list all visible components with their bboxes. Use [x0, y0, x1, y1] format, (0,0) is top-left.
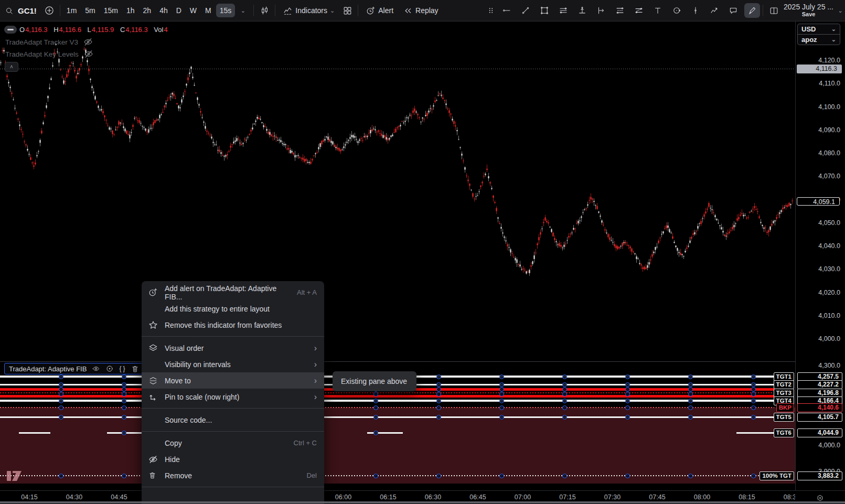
menu-item-hide[interactable]: Hide — [142, 451, 324, 467]
line-handle[interactable] — [122, 399, 126, 403]
line-handle[interactable] — [436, 392, 441, 396]
source-code-icon[interactable]: { } — [119, 365, 125, 372]
line-handle[interactable] — [373, 474, 378, 478]
interval-button-W[interactable]: W — [186, 4, 200, 17]
line-handle[interactable] — [436, 415, 441, 420]
vertical-line-tool[interactable] — [688, 3, 703, 18]
menu-item-visibility-on-intervals[interactable]: Visibility on intervals› — [142, 356, 324, 372]
line-handle[interactable] — [59, 474, 63, 478]
menu-item-remove-this-indicator-from-favorites[interactable]: Remove this indicator from favorites — [142, 317, 324, 333]
line-handle[interactable] — [562, 405, 567, 410]
submenu-item-existing-pane-above[interactable]: Existing pane above — [341, 377, 407, 385]
indicator-row-1[interactable]: TradeAdapt Tracker V3 — [5, 37, 93, 47]
level-line-tgt6-seg3[interactable] — [367, 432, 403, 434]
line-handle[interactable] — [122, 474, 126, 478]
line-handle[interactable] — [751, 374, 756, 379]
line-handle[interactable] — [625, 415, 630, 420]
line-handle[interactable] — [59, 387, 63, 392]
trend-line-tool[interactable] — [518, 3, 533, 18]
level-line-100pct-tgt[interactable] — [0, 475, 761, 476]
callout-tool[interactable] — [725, 3, 741, 18]
line-handle[interactable] — [562, 382, 567, 387]
line-handle[interactable] — [436, 474, 441, 478]
layout-dropdown-button[interactable]: ⌄ — [836, 3, 845, 18]
menu-item-source-code[interactable]: Source code... — [142, 412, 324, 428]
line-handle[interactable] — [625, 374, 630, 379]
settings-icon[interactable] — [105, 364, 114, 373]
line-handle[interactable] — [499, 374, 504, 379]
indicator-row-2[interactable]: TradeAdapt Key Levels — [5, 49, 94, 59]
window-resize-strip[interactable] — [0, 501, 845, 503]
line-handle[interactable] — [562, 399, 567, 403]
interval-button-4h[interactable]: 4h — [156, 4, 172, 17]
menu-item-pin-to-scale-now-right[interactable]: Pin to scale (now right)› — [142, 389, 324, 405]
compare-add-button[interactable] — [41, 3, 57, 18]
fib-extension-tool[interactable] — [631, 3, 647, 18]
line-handle[interactable] — [751, 415, 756, 420]
level-line-tgt6-seg1[interactable] — [19, 432, 50, 434]
line-handle[interactable] — [751, 382, 756, 387]
line-handle[interactable] — [751, 387, 756, 392]
layout-select-button[interactable] — [766, 3, 782, 18]
fib-retracement-tool[interactable] — [612, 3, 628, 18]
line-handle[interactable] — [625, 387, 630, 392]
line-handle[interactable] — [122, 405, 126, 410]
line-handle[interactable] — [751, 399, 756, 403]
line-handle[interactable] — [562, 474, 567, 478]
parallel-channel-tool[interactable] — [555, 3, 571, 18]
circle-tool[interactable] — [669, 3, 684, 18]
line-handle[interactable] — [436, 405, 441, 410]
line-handle[interactable] — [499, 382, 504, 387]
line-handle[interactable] — [688, 382, 693, 387]
line-handle[interactable] — [122, 374, 126, 379]
line-handle[interactable] — [625, 382, 630, 387]
line-handle[interactable] — [436, 374, 441, 379]
line-handle[interactable] — [562, 415, 567, 420]
line-handle[interactable] — [373, 415, 378, 420]
interval-button-5m[interactable]: 5m — [81, 4, 99, 17]
line-handle[interactable] — [688, 399, 693, 403]
fib-legend[interactable]: TradeAdapt: Adaptive FIB { } — [4, 363, 144, 374]
line-handle[interactable] — [625, 405, 630, 410]
line-handle[interactable] — [122, 392, 126, 396]
interval-button-M[interactable]: M — [201, 4, 215, 17]
line-handle[interactable] — [688, 474, 693, 478]
interval-button-15s[interactable]: 15s — [216, 4, 236, 17]
eye-off-icon[interactable] — [83, 37, 93, 47]
indicators-button[interactable]: Indicators ⌄ — [278, 3, 339, 18]
level-line-tgt4[interactable] — [0, 400, 774, 402]
eye-off-icon[interactable] — [83, 49, 94, 59]
line-handle[interactable] — [751, 392, 756, 396]
level-band-tgt3-bottom[interactable] — [0, 395, 774, 398]
line-handle[interactable] — [688, 387, 693, 392]
rectangle-tool[interactable] — [537, 3, 552, 18]
line-handle[interactable] — [59, 399, 63, 403]
symbol-search-button[interactable]: GC1! — [0, 3, 41, 18]
brush-tool[interactable] — [744, 3, 760, 18]
long-position-tool[interactable] — [574, 3, 590, 18]
menu-item-remove[interactable]: RemoveDel — [142, 467, 324, 484]
level-line-tgt6-seg4[interactable] — [736, 432, 774, 434]
line-handle[interactable] — [499, 392, 504, 396]
menu-item-add-alert-on-tradeadapt-adaptive-fib[interactable]: Add alert on TradeAdapt: Adaptive FIB...… — [142, 284, 324, 301]
line-handle[interactable] — [59, 374, 63, 379]
line-handle[interactable] — [499, 387, 504, 392]
symbol-logo-pill[interactable] — [4, 26, 17, 34]
line-handle[interactable] — [373, 399, 378, 403]
level-band-tgt3-center[interactable] — [0, 392, 774, 393]
line-handle[interactable] — [562, 374, 567, 379]
interval-button-1m[interactable]: 1m — [63, 4, 80, 17]
line-handle[interactable] — [625, 392, 630, 396]
pane-divider[interactable] — [0, 361, 845, 362]
interval-button-D[interactable]: D — [173, 4, 185, 17]
menu-item-copy[interactable]: CopyCtrl + C — [142, 435, 324, 451]
menu-item-visual-order[interactable]: Visual order› — [142, 340, 324, 356]
line-handle[interactable] — [59, 405, 63, 410]
trash-icon[interactable] — [131, 364, 140, 373]
line-handle[interactable] — [373, 392, 378, 396]
time-axis-settings-icon[interactable] — [816, 494, 824, 502]
line-handle[interactable] — [499, 474, 504, 478]
line-handle[interactable] — [688, 415, 693, 420]
interval-button-15m[interactable]: 15m — [100, 4, 122, 17]
horizontal-line-tool[interactable] — [499, 3, 515, 18]
